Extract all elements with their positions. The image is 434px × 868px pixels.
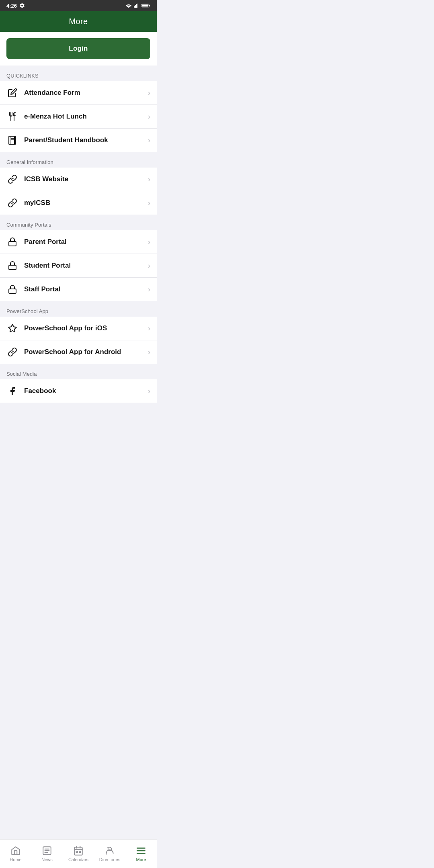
community-portals-list: Parent Portal › Student Portal › bbox=[0, 230, 157, 301]
divider-4 bbox=[0, 301, 157, 304]
social-media-header: Social Media bbox=[0, 367, 157, 379]
svg-rect-5 bbox=[149, 5, 150, 6]
powerschool-header: PowerSchool App bbox=[0, 304, 157, 317]
parent-portal-label: Parent Portal bbox=[24, 238, 148, 246]
link-icon bbox=[6, 197, 18, 209]
signal-icon bbox=[134, 3, 139, 8]
myicsb-item[interactable]: myICSB › bbox=[0, 191, 157, 215]
svg-marker-16 bbox=[8, 324, 16, 332]
status-bar: 4:26 bbox=[0, 0, 157, 11]
powerschool-section: PowerSchool App PowerSchool App for iOS … bbox=[0, 304, 157, 364]
general-info-list: ICSB Website › myICSB › bbox=[0, 168, 157, 215]
lock-icon bbox=[6, 260, 18, 272]
icsb-website-item[interactable]: ICSB Website › bbox=[0, 168, 157, 191]
battery-icon bbox=[141, 3, 150, 8]
emenza-label: e-Menza Hot Lunch bbox=[24, 113, 148, 121]
link-icon bbox=[6, 173, 18, 185]
gear-icon bbox=[19, 3, 25, 8]
student-portal-label: Student Portal bbox=[24, 262, 148, 270]
general-info-header: General Information bbox=[0, 155, 157, 168]
chevron-icon: › bbox=[148, 89, 150, 97]
chevron-icon: › bbox=[148, 238, 150, 246]
svg-rect-6 bbox=[142, 4, 148, 6]
attendance-form-item[interactable]: Attendance Form › bbox=[0, 81, 157, 105]
page-header: More bbox=[0, 11, 157, 32]
status-icons bbox=[125, 3, 150, 8]
lock-icon bbox=[6, 283, 18, 295]
link-icon bbox=[6, 346, 18, 358]
facebook-label: Facebook bbox=[24, 387, 148, 395]
chevron-icon: › bbox=[148, 262, 150, 270]
staff-portal-label: Staff Portal bbox=[24, 285, 148, 293]
divider-5 bbox=[0, 364, 157, 367]
login-section: Login bbox=[0, 32, 157, 66]
svg-rect-0 bbox=[134, 6, 135, 8]
student-portal-item[interactable]: Student Portal › bbox=[0, 254, 157, 278]
lock-icon bbox=[6, 236, 18, 248]
star-icon bbox=[6, 322, 18, 334]
chevron-icon: › bbox=[148, 199, 150, 207]
parent-portal-item[interactable]: Parent Portal › bbox=[0, 230, 157, 254]
fork-knife-icon bbox=[6, 111, 18, 123]
divider-1 bbox=[0, 66, 157, 69]
quicklinks-section: QUICKLINKS Attendance Form › bbox=[0, 69, 157, 152]
staff-portal-item[interactable]: Staff Portal › bbox=[0, 278, 157, 301]
svg-rect-1 bbox=[135, 5, 136, 8]
svg-rect-15 bbox=[9, 289, 16, 293]
emenza-hot-lunch-item[interactable]: e-Menza Hot Lunch › bbox=[0, 105, 157, 129]
powerschool-android-item[interactable]: PowerSchool App for Android › bbox=[0, 340, 157, 364]
svg-rect-14 bbox=[9, 265, 16, 270]
powerschool-ios-label: PowerSchool App for iOS bbox=[24, 324, 148, 332]
svg-rect-13 bbox=[9, 242, 16, 246]
chevron-icon: › bbox=[148, 387, 150, 395]
chevron-icon: › bbox=[148, 113, 150, 121]
time-display: 4:26 bbox=[6, 3, 17, 9]
svg-rect-2 bbox=[136, 4, 137, 8]
community-portals-header: Community Portals bbox=[0, 218, 157, 230]
chevron-icon: › bbox=[148, 324, 150, 333]
quicklinks-header: QUICKLINKS bbox=[0, 69, 157, 81]
social-media-list: Facebook › bbox=[0, 379, 157, 403]
divider-3 bbox=[0, 215, 157, 218]
general-info-section: General Information ICSB Website › bbox=[0, 155, 157, 215]
login-button[interactable]: Login bbox=[6, 38, 150, 59]
social-media-section: Social Media Facebook › bbox=[0, 367, 157, 403]
powerschool-list: PowerSchool App for iOS › PowerSchool Ap… bbox=[0, 317, 157, 364]
community-portals-section: Community Portals Parent Portal › bbox=[0, 218, 157, 301]
chevron-icon: › bbox=[148, 348, 150, 356]
quicklinks-list: Attendance Form › e-Menza Hot Lunch › bbox=[0, 81, 157, 152]
pencil-icon bbox=[6, 87, 18, 99]
divider-2 bbox=[0, 152, 157, 155]
powerschool-ios-item[interactable]: PowerSchool App for iOS › bbox=[0, 317, 157, 340]
svg-rect-3 bbox=[137, 4, 138, 8]
attendance-form-label: Attendance Form bbox=[24, 89, 148, 97]
book-icon bbox=[6, 134, 18, 146]
header-title: More bbox=[69, 17, 88, 26]
chevron-icon: › bbox=[148, 285, 150, 294]
powerschool-android-label: PowerSchool App for Android bbox=[24, 348, 148, 356]
myicsb-label: myICSB bbox=[24, 199, 148, 207]
icsb-website-label: ICSB Website bbox=[24, 175, 148, 183]
handbook-label: Parent/Student Handbook bbox=[24, 136, 148, 144]
chevron-icon: › bbox=[148, 136, 150, 145]
facebook-item[interactable]: Facebook › bbox=[0, 379, 157, 403]
facebook-icon bbox=[6, 385, 18, 397]
wifi-icon bbox=[125, 3, 132, 8]
handbook-item[interactable]: Parent/Student Handbook › bbox=[0, 129, 157, 152]
chevron-icon: › bbox=[148, 175, 150, 184]
